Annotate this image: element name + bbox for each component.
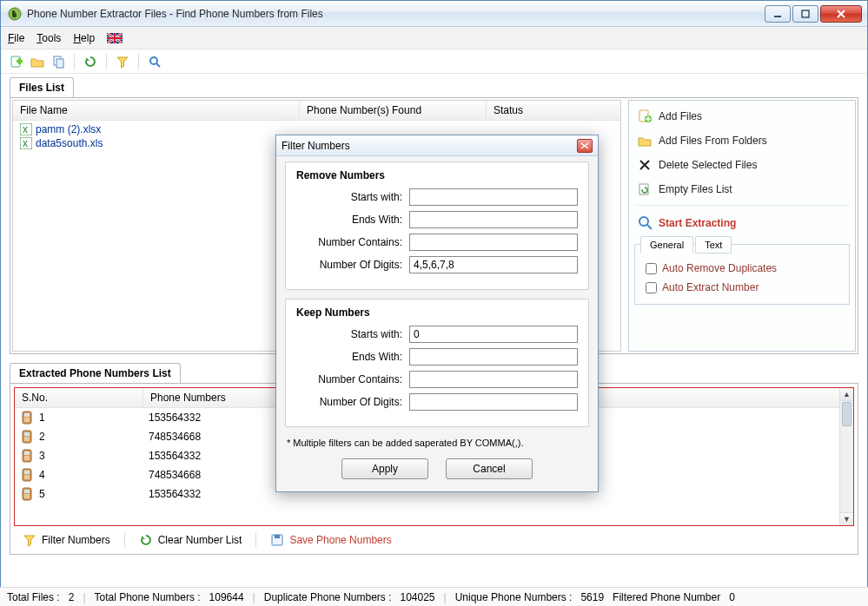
auto-remove-duplicates-checkbox[interactable]: Auto Remove Duplicates (637, 259, 847, 278)
svg-rect-26 (24, 418, 30, 422)
separator: | (253, 591, 255, 603)
clear-number-list-button[interactable]: Clear Number List (134, 531, 248, 549)
filtered-phone-value: 0 (729, 591, 735, 603)
ends-with-label: Ends With: (296, 214, 409, 226)
auto-extract-number-checkbox[interactable]: Auto Extract Number (637, 278, 847, 297)
add-files-from-folders-button[interactable]: Add Files From Folders (634, 130, 850, 151)
phone-icon (22, 411, 32, 425)
checkbox[interactable] (646, 263, 657, 274)
close-button[interactable] (820, 5, 862, 23)
keep-ends-with-input[interactable] (409, 348, 578, 366)
remove-starts-with-input[interactable] (409, 188, 578, 206)
unique-phone-value: 5619 (580, 591, 604, 603)
app-icon (8, 7, 22, 21)
file-add-icon (638, 109, 652, 123)
label: Add Files From Folders (659, 135, 767, 147)
phone-icon (22, 487, 32, 501)
dialog-buttons: Apply Cancel (285, 458, 589, 483)
dialog-titlebar[interactable]: Filter Numbers (276, 135, 598, 156)
svg-rect-40 (275, 535, 280, 538)
sno-cell: 1 (39, 412, 45, 424)
tab-general[interactable]: General (640, 236, 693, 254)
sno-cell: 4 (39, 469, 45, 481)
menu-file[interactable]: File (8, 32, 24, 44)
duplicate-phone-label: Duplicate Phone Numbers : (264, 591, 392, 603)
svg-rect-12 (56, 59, 63, 68)
col-status[interactable]: Status (487, 101, 620, 120)
window-title: Phone Number Extractor Files - Find Phon… (27, 8, 765, 20)
maximize-button[interactable] (792, 5, 818, 23)
tab-text[interactable]: Text (695, 236, 732, 254)
add-files-button[interactable]: Add Files (634, 106, 850, 127)
svg-rect-29 (24, 437, 30, 441)
remove-numbers-group: Remove Numbers Starts with: Ends With: N… (285, 161, 589, 290)
scroll-down-icon[interactable]: ▼ (840, 512, 853, 525)
keep-starts-with-input[interactable] (409, 326, 578, 343)
minimize-button[interactable] (765, 5, 791, 23)
tab-files-list[interactable]: Files List (10, 77, 74, 97)
filter-icon[interactable] (116, 55, 129, 69)
search-icon[interactable] (148, 55, 162, 69)
cancel-button[interactable]: Cancel (446, 458, 533, 479)
delete-icon (638, 158, 652, 172)
remove-digits-input[interactable] (409, 256, 578, 273)
keep-contains-input[interactable] (409, 371, 578, 388)
dialog-close-button[interactable] (577, 139, 593, 153)
side-actions-panel: Add Files Add Files From Folders Delete … (628, 100, 856, 352)
scroll-up-icon[interactable]: ▲ (840, 388, 853, 401)
refresh-list-icon (638, 182, 652, 196)
label: Clear Number List (158, 534, 242, 546)
tab-extracted-list[interactable]: Extracted Phone Numbers List (10, 363, 181, 383)
remove-ends-with-input[interactable] (409, 211, 578, 228)
add-folder-icon[interactable] (30, 55, 44, 69)
empty-files-list-button[interactable]: Empty Files List (634, 179, 850, 200)
col-sno[interactable]: S.No. (15, 388, 143, 407)
col-phone-found[interactable]: Phone Number(s) Found (300, 101, 487, 120)
filter-icon (23, 533, 36, 547)
start-extracting-button[interactable]: Start Extracting (634, 211, 850, 235)
copy-icon[interactable] (51, 55, 65, 69)
svg-rect-10 (18, 58, 21, 64)
svg-rect-28 (24, 432, 30, 436)
scrollbar[interactable]: ▲ ▼ (839, 388, 853, 525)
svg-point-22 (639, 217, 648, 226)
ends-with-label: Ends With: (296, 351, 409, 363)
file-name-cell: data5south.xls (36, 137, 103, 149)
refresh-icon[interactable] (83, 55, 97, 69)
add-files-icon[interactable] (10, 55, 23, 69)
titlebar: Phone Number Extractor Files - Find Phon… (1, 1, 867, 27)
menu-help[interactable]: Help (73, 32, 95, 44)
separator: | (83, 591, 85, 603)
remove-contains-input[interactable] (409, 234, 578, 251)
separator: | (444, 591, 447, 603)
starts-with-label: Starts with: (296, 191, 409, 203)
toolbar (1, 49, 867, 74)
scroll-thumb[interactable] (842, 402, 851, 426)
digits-label: Number Of Digits: (296, 396, 409, 408)
group-title: Remove Numbers (296, 169, 578, 181)
excel-icon: x (20, 123, 32, 135)
sno-cell: 5 (39, 488, 45, 500)
apply-button[interactable]: Apply (341, 458, 428, 479)
duplicate-phone-value: 104025 (400, 591, 434, 603)
delete-selected-files-button[interactable]: Delete Selected Files (634, 155, 850, 175)
group-title: Keep Numbers (296, 306, 578, 319)
save-phone-numbers-button[interactable]: Save Phone Numbers (265, 531, 396, 549)
files-table-header: File Name Phone Number(s) Found Status (13, 101, 620, 121)
language-flag-icon[interactable] (107, 33, 123, 43)
starts-with-label: Starts with: (296, 328, 409, 340)
filter-numbers-dialog: Filter Numbers Remove Numbers Starts wit… (275, 135, 599, 492)
menu-tools[interactable]: Tools (36, 32, 61, 44)
svg-rect-25 (24, 413, 30, 417)
label: Add Files (659, 110, 702, 122)
svg-rect-32 (24, 456, 30, 460)
col-file-name[interactable]: File Name (13, 101, 300, 120)
total-files-value: 2 (69, 591, 75, 603)
toolbar-separator (106, 54, 107, 69)
filter-numbers-button[interactable]: Filter Numbers (17, 531, 116, 549)
checkbox[interactable] (646, 282, 657, 293)
separator (255, 532, 256, 548)
svg-line-23 (647, 225, 652, 229)
svg-rect-35 (24, 475, 30, 479)
keep-digits-input[interactable] (409, 393, 578, 411)
